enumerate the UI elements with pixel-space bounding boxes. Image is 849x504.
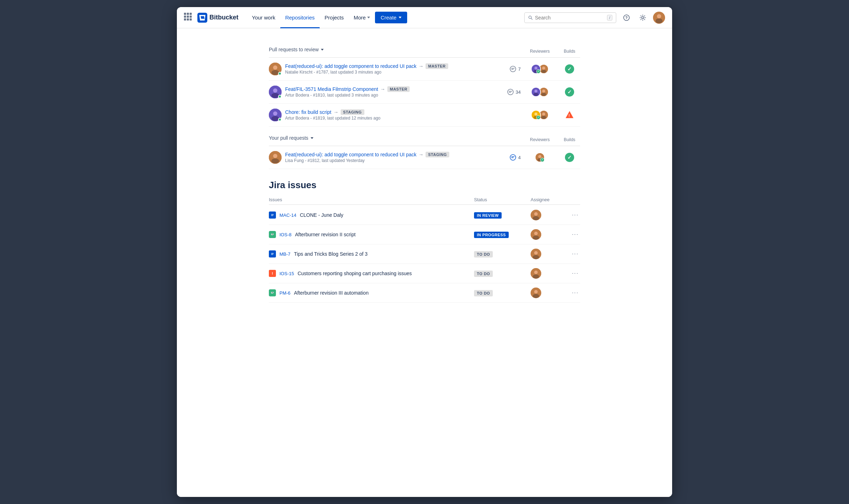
jira-issues-section: Jira issues Issues Status Assignee [269,180,580,303]
issue-title[interactable]: Customers reporting shoping cart purchas… [298,271,412,276]
build-success-icon: ✓ [565,153,574,162]
pr-title[interactable]: Feat/FIL-3571 Media Filmstrip Component … [285,86,496,92]
svg-point-22 [508,89,513,95]
issue-key[interactable]: IOS-8 [279,232,291,237]
logo-area[interactable]: Bitbucket [197,13,238,23]
pr-comments[interactable]: 4 [499,154,521,161]
issue-cell-status: IN PROGRESS [474,231,531,238]
pr-author-avatar [269,109,282,121]
issue-title[interactable]: Tips and Tricks Blog Series 2 of 3 [294,251,368,257]
issue-key[interactable]: MB-7 [279,251,290,257]
svg-text:!: ! [568,114,570,118]
svg-point-10 [273,65,277,70]
pr-comments[interactable]: 7 [499,65,521,73]
issue-cell-assignee [531,210,566,220]
issue-cell-issue: MB-7 Tips and Tricks Blog Series 2 of 3 [269,250,474,257]
issue-cell-assignee [531,229,566,240]
your-pr-header-row: Your pull requests Reviewers Builds [269,134,580,146]
nav-repositories[interactable]: Repositories [280,7,319,28]
pr-title[interactable]: Feat(reduced-ui): add toggle component t… [285,63,496,69]
app-grid-icon[interactable] [184,13,194,23]
issue-cell-status: TO DO [474,270,531,277]
assignee-avatar [531,268,541,279]
svg-point-24 [535,89,538,93]
your-pull-requests-section: Your pull requests Reviewers Builds [269,134,580,169]
pr-title[interactable]: Chore: fix build script → STAGING [285,109,496,115]
issue-title[interactable]: Afterburner revision III automation [294,290,369,296]
status-badge: TO DO [474,290,493,296]
issue-row: IOS-15 Customers reporting shoping cart … [269,264,580,283]
svg-text:?: ? [625,16,628,20]
pr-right-meta: 4 ✓ [499,152,580,162]
pr-reviewers [526,152,554,162]
reviewer-avatar [531,110,541,120]
reviewer-avatar [531,64,541,74]
issue-key[interactable]: MAC-14 [279,213,296,218]
create-button[interactable]: Create [375,12,407,23]
issue-more-button[interactable]: ··· [571,250,580,258]
svg-point-37 [541,116,546,119]
reviewer-approved-icon [540,158,544,162]
svg-line-2 [531,18,532,19]
pr-info: Feat(reduced-ui): add toggle component t… [285,63,496,75]
assignee-avatar [531,210,541,220]
nav-projects[interactable]: Projects [320,7,349,28]
pr-arrow-icon: → [418,152,423,157]
your-pr-chevron-icon [311,137,313,139]
comment-icon [507,88,514,95]
issue-cell-actions: ··· [566,270,580,277]
pr-sub: Natalie Kirscht - #1787, last updated 3 … [285,70,496,75]
pr-comments[interactable]: 34 [499,88,521,95]
svg-point-18 [541,70,546,73]
issue-title[interactable]: CLONE - June Daly [300,212,343,218]
issue-more-button[interactable]: ··· [571,211,580,219]
issue-cell-issue: PM-6 Afterburner revision III automation [269,289,474,296]
issue-key[interactable]: IOS-15 [279,271,294,276]
more-chevron-icon [367,17,370,18]
online-indicator [278,118,282,121]
nav-your-work[interactable]: Your work [247,7,280,28]
col-header-issues: Issues [269,197,474,202]
pr-arrow-icon: → [334,109,339,115]
help-icon: ? [623,15,630,21]
jira-heading: Jira issues [269,180,580,191]
build-warning-icon: ! [565,110,574,120]
issue-cell-issue: MAC-14 CLONE - June Daly [269,212,474,219]
comment-icon [509,65,516,73]
user-avatar[interactable] [653,12,665,24]
settings-button[interactable] [637,12,649,24]
search-bar[interactable]: / [524,12,616,23]
pr-builds: ✓ [559,87,580,97]
issue-title[interactable]: Afterburner revision II script [295,232,356,237]
reviewer-avatar [535,152,545,162]
pr-arrow-icon: → [418,63,423,69]
svg-point-40 [273,154,277,158]
svg-point-5 [642,17,644,19]
svg-point-14 [535,66,538,70]
issue-key[interactable]: PM-6 [279,290,290,296]
pr-title[interactable]: Feat(reduced-ui): add toggle component t… [285,152,496,157]
app-window: Bitbucket Your work Repositories Project… [177,7,672,497]
your-pr-section-header[interactable]: Your pull requests [269,135,526,141]
search-input[interactable] [535,15,605,21]
issue-more-button[interactable]: ··· [571,231,580,238]
help-button[interactable]: ? [620,12,633,24]
svg-point-8 [655,18,663,23]
gear-icon [640,15,646,21]
reviewer-approved-icon [536,69,541,74]
issue-row: MB-7 Tips and Tricks Blog Series 2 of 3 … [269,244,580,264]
pr-info: Feat/FIL-3571 Media Filmstrip Component … [285,86,496,98]
svg-point-65 [533,294,539,298]
pr-row: Feat/FIL-3571 Media Filmstrip Component … [269,81,580,104]
pr-right-meta: 7 [499,64,580,74]
nav-more[interactable]: More [349,7,375,28]
issue-more-button[interactable]: ··· [571,270,580,277]
issue-type-icon [269,231,276,238]
main-content: Pull requests to review Reviewers Builds [177,28,672,497]
issue-cell-assignee [531,268,566,279]
pr-review-section-header[interactable]: Pull requests to review [269,47,526,52]
issue-more-button[interactable]: ··· [571,289,580,297]
svg-point-12 [510,66,516,72]
col-header-status: Status [474,197,531,202]
svg-point-44 [538,155,542,158]
